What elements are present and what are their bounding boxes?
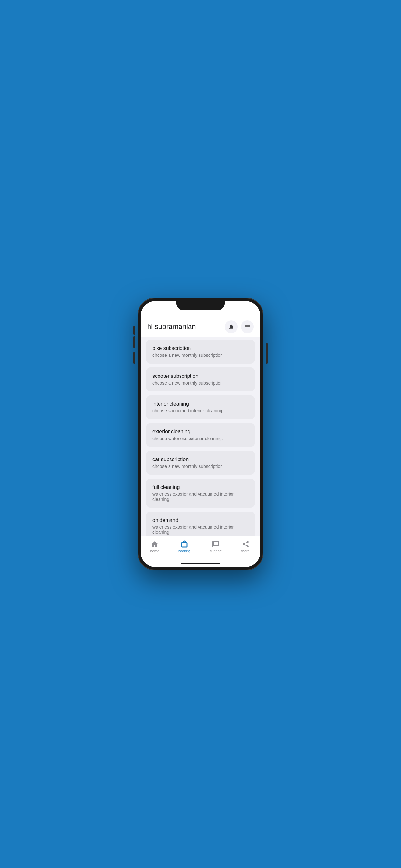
- header-icons: [225, 320, 254, 333]
- card-title: scooter subscription: [152, 373, 249, 379]
- card-subtitle: waterless exterior and vacuumed interior…: [152, 492, 249, 502]
- phone-frame: hi subramanian: [137, 298, 264, 570]
- card-subtitle: choose a new monthly subscription: [152, 380, 249, 385]
- home-icon: [151, 540, 158, 548]
- card-subtitle: choose vacuumed interior cleaning.: [152, 408, 249, 413]
- support-icon: [212, 540, 220, 548]
- power-button: [266, 343, 268, 364]
- service-card-full-cleaning[interactable]: full cleaning waterless exterior and vac…: [146, 478, 255, 507]
- card-subtitle: choose a new monthly subscription: [152, 352, 249, 358]
- volume-up-button: [133, 337, 135, 348]
- service-card-scooter-subscription[interactable]: scooter subscription choose a new monthl…: [146, 368, 255, 392]
- card-subtitle: choose waterless exterior cleaning.: [152, 436, 249, 441]
- nav-label-support: support: [210, 549, 222, 553]
- notification-button[interactable]: [225, 320, 238, 333]
- header: hi subramanian: [141, 315, 260, 337]
- service-card-exterior-cleaning[interactable]: exterior cleaning choose waterless exter…: [146, 423, 255, 447]
- nav-label-home: home: [150, 549, 159, 553]
- bottom-navigation: home booking sup: [141, 536, 260, 561]
- bell-icon: [228, 323, 235, 330]
- phone-screen: hi subramanian: [141, 301, 260, 567]
- service-card-car-subscription[interactable]: car subscription choose a new monthly su…: [146, 451, 255, 475]
- service-card-bike-subscription[interactable]: bike subscription choose a new monthly s…: [146, 340, 255, 364]
- card-title: on demand: [152, 517, 249, 523]
- service-card-interior-cleaning[interactable]: interior cleaning choose vacuumed interi…: [146, 395, 255, 419]
- nav-item-home[interactable]: home: [147, 539, 163, 554]
- nav-label-share: share`: [241, 549, 251, 553]
- card-title: bike subscription: [152, 345, 249, 351]
- share-icon: [242, 540, 250, 548]
- home-bar: [181, 563, 220, 564]
- hamburger-icon: [244, 323, 251, 330]
- service-card-on-demand[interactable]: on demand waterless exterior and vacuume…: [146, 512, 255, 536]
- greeting-text: hi subramanian: [147, 322, 196, 331]
- silent-button: [133, 326, 135, 335]
- menu-button[interactable]: [241, 320, 254, 333]
- booking-icon: [181, 540, 188, 548]
- card-subtitle: choose a new monthly subscription: [152, 464, 249, 469]
- nav-item-support[interactable]: support: [206, 539, 226, 554]
- nav-item-booking[interactable]: booking: [174, 539, 195, 554]
- card-title: car subscription: [152, 457, 249, 462]
- nav-label-booking: booking: [178, 549, 191, 553]
- volume-down-button: [133, 352, 135, 364]
- nav-item-share[interactable]: share`: [237, 539, 254, 554]
- card-title: interior cleaning: [152, 401, 249, 407]
- card-title: exterior cleaning: [152, 429, 249, 435]
- services-list[interactable]: bike subscription choose a new monthly s…: [141, 337, 260, 536]
- card-title: full cleaning: [152, 485, 249, 490]
- card-subtitle: waterless exterior and vacuumed interior…: [152, 524, 249, 535]
- app-screen: hi subramanian: [141, 315, 260, 567]
- notch: [176, 301, 225, 310]
- home-indicator: [141, 561, 260, 567]
